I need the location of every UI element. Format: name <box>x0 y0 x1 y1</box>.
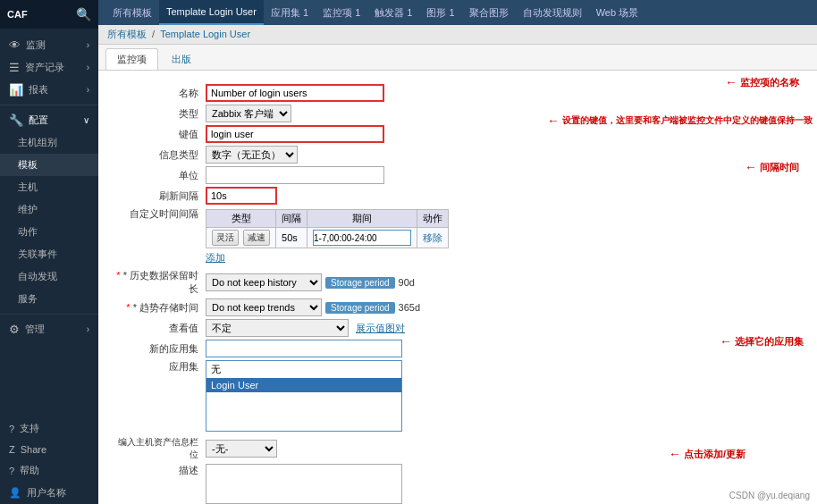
eye-icon: 👁 <box>9 38 21 52</box>
menu-icon: ☰ <box>9 61 20 74</box>
select-type[interactable]: Zabbix 客户端 <box>206 105 291 122</box>
row-units: 单位 <box>112 166 804 184</box>
divider1 <box>0 105 98 105</box>
sidebar-item-maintenance[interactable]: 维护 <box>0 198 98 221</box>
chevron-icon3: › <box>87 85 89 95</box>
btn-flexible[interactable]: 灵活 <box>212 230 239 246</box>
sidebar-bottom-share[interactable]: Z Share <box>0 440 98 459</box>
ci-remove-link[interactable]: 移除 <box>423 232 442 243</box>
sidebar: CAF 🔍 👁 监测 › ☰ 资产记录 › 📊 报表 › 🔧 配置 ∨ 主机组别 <box>0 0 98 504</box>
select-host-inventory[interactable]: -无- <box>206 440 277 458</box>
sidebar-item-services[interactable]: 服务 <box>0 288 98 310</box>
select-value-map[interactable]: 不定 <box>206 319 349 337</box>
label-host-inventory: 编入主机资产信息栏位 <box>112 436 206 461</box>
divider2 <box>0 314 98 315</box>
user-icon: 👤 <box>9 487 21 499</box>
gear-icon: ⚙ <box>9 323 20 336</box>
btn-trends-storage[interactable]: Storage period <box>325 302 395 314</box>
topnav-all-templates[interactable]: 所有模板 <box>105 0 159 25</box>
sidebar-item-config[interactable]: 🔧 配置 ∨ <box>0 109 98 131</box>
row-value-map: 查看值 不定 展示值图对 <box>112 319 804 337</box>
ci-col-type: 类型 <box>206 210 276 228</box>
ci-period-input[interactable] <box>313 230 411 246</box>
textarea-description[interactable] <box>206 464 402 504</box>
label-app: 应用集 <box>112 360 206 374</box>
label-name: 名称 <box>112 87 206 100</box>
label-new-app: 新的应用集 <box>112 342 206 356</box>
ci-add-container: 添加 <box>206 251 449 265</box>
chevron-down-icon: ∨ <box>83 115 89 125</box>
input-interval[interactable] <box>206 187 277 205</box>
custom-intervals-table: 类型 间隔 期间 动作 灵活 减速 50s <box>206 209 449 248</box>
sidebar-item-templates[interactable]: 模板 <box>0 154 98 176</box>
row-host-inventory: 编入主机资产信息栏位 -无- <box>112 436 804 461</box>
sidebar-bottom-support[interactable]: ? 支持 <box>0 417 98 440</box>
row-value-type: 信息类型 数字（无正负） <box>112 146 804 164</box>
breadcrumb: 所有模板 / Template Login User <box>98 25 817 45</box>
input-units[interactable] <box>206 166 384 184</box>
topnav-template-login[interactable]: Template Login User <box>159 0 264 25</box>
breadcrumb-link-templates[interactable]: 所有模板 <box>107 29 147 39</box>
breadcrumb-link-template[interactable]: Template Login User <box>160 29 250 39</box>
sidebar-item-monitoring[interactable]: 👁 监测 › <box>0 34 98 56</box>
value-map-link[interactable]: 展示值图对 <box>356 322 405 335</box>
sidebar-item-correlation[interactable]: 关联事件 <box>0 243 98 265</box>
topnav-monitoring-items[interactable]: 监控项 1 <box>316 0 367 25</box>
tabs: 监控项 出版 <box>98 45 817 71</box>
input-key[interactable] <box>206 125 384 143</box>
row-type: 类型 Zabbix 客户端 <box>112 105 804 122</box>
chevron-icon4: › <box>87 324 89 334</box>
history-days: 90d <box>399 277 415 288</box>
sidebar-item-actions[interactable]: 动作 <box>0 221 98 243</box>
app-item-none[interactable]: 无 <box>206 361 401 378</box>
topnav-graphs[interactable]: 图形 1 <box>419 0 461 25</box>
ci-cell-action: 移除 <box>417 228 449 248</box>
chevron-icon2: › <box>87 63 89 72</box>
label-value-map: 查看值 <box>112 322 206 335</box>
tab-monitor-items[interactable]: 监控项 <box>105 48 158 70</box>
btn-slow[interactable]: 减速 <box>243 230 270 246</box>
form-area: ← 监控项的名称 ← 设置的键值，这里要和客户端被监控文件中定义的键值保持一致 … <box>98 71 817 504</box>
ci-col-action: 动作 <box>417 210 449 228</box>
breadcrumb-sep: / <box>152 29 155 39</box>
row-name: 名称 <box>112 84 804 102</box>
ci-cell-type: 灵活 减速 <box>206 228 276 248</box>
app-item-login-user[interactable]: Login User <box>206 378 401 392</box>
sidebar-section-main: 👁 监测 › ☰ 资产记录 › 📊 报表 › 🔧 配置 ∨ 主机组别 模板 主机 <box>0 29 98 346</box>
main-content: 所有模板 Template Login User 应用集 1 监控项 1 触发器… <box>98 0 817 504</box>
topnav-aggregate[interactable]: 聚合图形 <box>462 0 516 25</box>
label-type: 类型 <box>112 107 206 121</box>
topnav-discovery[interactable]: 自动发现规则 <box>516 0 589 25</box>
btn-history-storage[interactable]: Storage period <box>325 277 395 289</box>
sidebar-item-admin[interactable]: ⚙ 管理 › <box>0 318 98 340</box>
app-listbox[interactable]: 无 Login User <box>206 360 402 432</box>
sidebar-item-reports[interactable]: 📊 报表 › <box>0 79 98 101</box>
topnav-web[interactable]: Web 场景 <box>589 0 645 25</box>
select-trends[interactable]: Do not keep trends <box>206 298 322 316</box>
sidebar-item-hostgroups[interactable]: 主机组别 <box>0 131 98 154</box>
chevron-icon: › <box>87 40 89 50</box>
sidebar-item-assets[interactable]: ☰ 资产记录 › <box>0 56 98 79</box>
topnav-appset[interactable]: 应用集 1 <box>264 0 316 25</box>
label-trends: * 趋势存储时间 <box>112 301 206 315</box>
label-interval: 刷新间隔 <box>112 189 206 203</box>
search-icon[interactable]: 🔍 <box>76 7 91 21</box>
row-app: 应用集 无 Login User <box>112 360 804 432</box>
input-name[interactable] <box>206 84 384 102</box>
sidebar-item-hosts[interactable]: 主机 <box>0 176 98 198</box>
row-history: * 历史数据保留时长 Do not keep history Storage p… <box>112 269 804 296</box>
tab-publish[interactable]: 出版 <box>160 48 203 70</box>
chart-icon: 📊 <box>9 83 23 97</box>
sidebar-bottom-user[interactable]: 👤 用户名称 <box>0 482 98 504</box>
sidebar-bottom-help[interactable]: ? 帮助 <box>0 459 98 482</box>
row-trends: * 趋势存储时间 Do not keep trends Storage peri… <box>112 298 804 316</box>
ci-add-link[interactable]: 添加 <box>206 252 225 263</box>
select-history[interactable]: Do not keep history <box>206 273 322 291</box>
sidebar-item-discovery[interactable]: 自动发现 <box>0 265 98 288</box>
topnav-triggers[interactable]: 触发器 1 <box>367 0 419 25</box>
select-value-type[interactable]: 数字（无正负） <box>206 146 298 164</box>
input-new-app[interactable] <box>206 340 402 357</box>
label-description: 描述 <box>112 464 206 477</box>
ci-col-period: 期间 <box>307 210 417 228</box>
row-interval: 刷新间隔 <box>112 187 804 205</box>
